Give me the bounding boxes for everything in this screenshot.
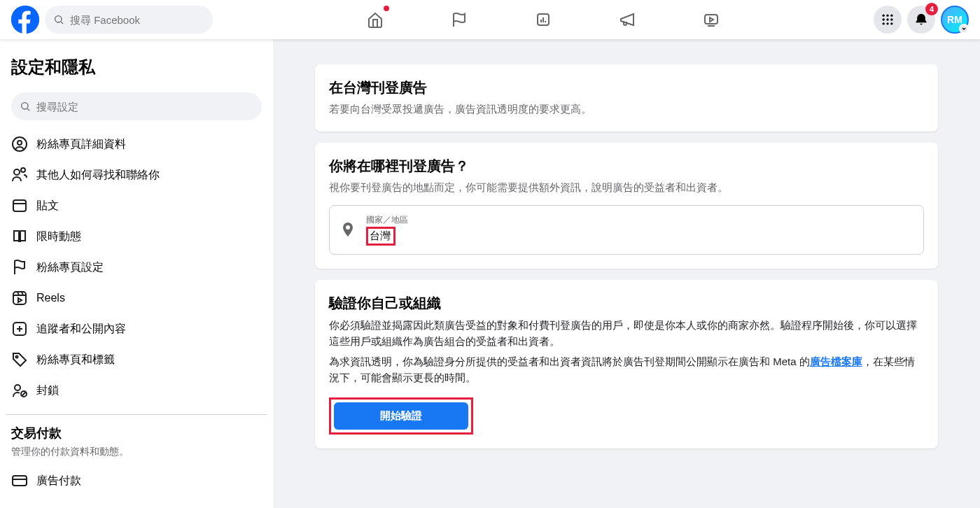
search-icon [20,101,31,112]
svg-rect-3 [705,15,718,24]
people-icon [11,167,28,183]
sidebar-item-label: 限時動態 [36,230,81,244]
country-selector[interactable]: 國家／地區 台灣 [329,205,924,255]
sidebar-item-reels[interactable]: Reels [6,283,267,313]
header-nav [213,0,874,39]
home-notification-dot [384,6,389,11]
megaphone-icon [619,11,636,28]
notifications-button[interactable]: 4 [907,6,935,34]
svg-point-15 [18,141,22,145]
reels-icon [11,290,28,306]
svg-point-6 [890,15,892,17]
profile-avatar[interactable]: RM [941,6,969,34]
country-value-highlighted: 台灣 [366,227,396,246]
sidebar-item-find-contact[interactable]: 其他人如何尋找和聯絡你 [6,160,267,190]
svg-point-9 [890,18,892,20]
facebook-logo[interactable] [11,6,39,34]
sidebar-item-label: 粉絲專頁詳細資料 [36,137,126,152]
user-block-icon [11,382,28,399]
bar-chart-icon [535,11,552,28]
notifications-badge: 4 [925,3,938,15]
sidebar-item-ad-payments[interactable]: 廣告付款 [6,465,267,496]
sidebar-item-label: 追蹤者和公開內容 [36,322,126,337]
svg-point-21 [15,385,20,390]
sidebar-item-page-settings[interactable]: 粉絲專頁設定 [6,252,267,283]
book-icon [11,228,28,245]
card-title: 你將在哪裡刊登廣告？ [329,157,924,176]
section-title-payments: 交易付款 [6,421,267,446]
nav-flag[interactable] [420,0,498,39]
card-title: 在台灣刊登廣告 [329,78,924,97]
header-right: 4 RM [874,6,969,34]
card-title: 驗證你自己或組織 [329,294,924,313]
sidebar-item-stories[interactable]: 限時動態 [6,221,267,252]
start-verification-button[interactable]: 開始驗證 [334,402,468,430]
sidebar-item-label: 其他人如何尋找和聯絡你 [36,168,160,183]
svg-rect-18 [13,292,26,304]
bell-icon [914,13,928,27]
flag-icon [451,11,468,28]
card-description: 若要向台灣受眾投遞廣告，廣告資訊透明度的要求更高。 [329,101,924,118]
svg-rect-23 [13,476,27,486]
sidebar-item-tags[interactable]: 粉絲專頁和標籤 [6,344,267,375]
location-pin-icon [340,221,356,238]
divider [6,414,267,415]
global-search[interactable] [45,6,213,34]
start-verification-highlight: 開始驗證 [329,397,473,435]
main-content: 在台灣刊登廣告 若要向台灣受眾投遞廣告，廣告資訊透明度的要求更高。 你將在哪裡刊… [273,39,980,508]
chevron-down-icon [959,24,969,34]
sidebar-item-label: 廣告付款 [36,474,81,488]
nav-announce[interactable] [588,0,666,39]
sidebar-item-label: 貼文 [36,199,59,213]
country-label: 國家／地區 [366,214,913,226]
svg-point-8 [886,18,888,20]
ad-library-link[interactable]: 廣告檔案庫 [810,355,862,367]
card-body-2: 為求資訊透明，你為驗證身分所提供的受益者和出資者資訊將於廣告刊登期間公開顯示在廣… [329,353,924,386]
svg-point-20 [16,356,18,358]
sidebar-item-label: 粉絲專頁和標籤 [36,353,115,367]
card-body-1: 你必須驗證並揭露因此類廣告受益的對象和付費刊登廣告的用戶，即使是你本人或你的商家… [329,317,924,350]
country-field: 國家／地區 台灣 [366,214,913,246]
sidebar-search-input[interactable] [36,101,253,113]
nav-home[interactable] [336,0,414,39]
svg-point-5 [886,15,888,17]
header-left [11,6,213,34]
card-ad-location: 你將在哪裡刊登廣告？ 視你要刊登廣告的地點而定，你可能需要提供額外資訊，說明廣告… [315,143,938,269]
sidebar-search[interactable] [11,92,262,120]
svg-point-13 [22,103,28,109]
tag-icon [11,351,28,368]
layout: 設定和隱私 粉絲專頁詳細資料 其他人如何尋找和聯絡你 貼文 限時動態 粉絲專頁設… [0,39,980,508]
home-icon [367,11,384,28]
svg-point-12 [890,22,892,24]
card-verify: 驗證你自己或組織 你必須驗證並揭露因此類廣告受益的對象和付費刊登廣告的用戶，即使… [315,280,938,449]
svg-point-1 [55,16,62,22]
svg-point-4 [883,15,885,17]
text-segment: 為求資訊透明，你為驗證身分所提供的受益者和出資者資訊將於廣告刊登期間公開顯示在廣… [329,355,810,367]
svg-point-16 [14,169,20,175]
global-search-input[interactable] [70,14,204,26]
sidebar-item-label: 封鎖 [36,383,59,398]
search-icon [53,14,64,25]
nav-video[interactable] [672,0,750,39]
sidebar-item-followers[interactable]: 追蹤者和公開內容 [6,313,267,344]
sidebar-item-posts[interactable]: 貼文 [6,190,267,221]
top-header: 4 RM [0,0,980,39]
card-icon [11,472,28,489]
grid-icon [881,13,895,27]
sidebar-item-label: Reels [36,292,65,304]
nav-insights[interactable] [504,0,582,39]
svg-point-7 [883,18,885,20]
plus-square-icon [11,320,28,337]
window-icon [11,197,28,214]
svg-point-11 [886,22,888,24]
sidebar-item-label: 粉絲專頁設定 [36,260,104,275]
sidebar-title: 設定和隱私 [6,50,267,84]
user-circle-icon [11,136,28,153]
svg-point-10 [883,22,885,24]
settings-sidebar: 設定和隱私 粉絲專頁詳細資料 其他人如何尋找和聯絡你 貼文 限時動態 粉絲專頁設… [0,39,273,508]
menu-button[interactable] [874,6,902,34]
sidebar-item-page-details[interactable]: 粉絲專頁詳細資料 [6,129,267,160]
sidebar-item-block[interactable]: 封鎖 [6,375,267,406]
svg-rect-17 [13,200,26,211]
video-icon [703,11,720,28]
